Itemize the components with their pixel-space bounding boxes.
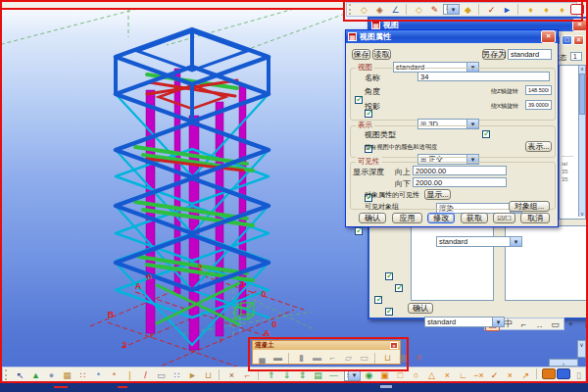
cross-tool-icon[interactable]: × — [224, 368, 239, 382]
object-group-dropdown[interactable]: standard — [424, 317, 505, 327]
horizontal-scrollbar[interactable]: › — [549, 359, 578, 367]
concrete-column-icon[interactable]: ▮ — [294, 351, 309, 365]
points-grid-icon[interactable]: ∷ — [75, 368, 90, 382]
load-button[interactable]: 读取 — [372, 49, 391, 60]
doc-icon[interactable]: ▯ — [571, 368, 586, 382]
ortho-swatch-icon[interactable] — [542, 368, 556, 379]
scroll-thumb[interactable] — [579, 74, 585, 115]
colors-dropdown[interactable]: standard — [436, 236, 522, 247]
named-views-icon[interactable]: ◈ — [372, 3, 387, 17]
slope-icon[interactable]: / — [138, 368, 153, 382]
grab-icon-3[interactable]: ♦ — [555, 3, 569, 17]
object-group-button[interactable]: 对象组... — [509, 201, 550, 212]
concrete-polybeam-icon[interactable]: ⌐ — [325, 351, 340, 365]
snap-intersection-icon[interactable]: × — [440, 368, 455, 382]
depth-down-input[interactable] — [413, 177, 507, 187]
work-plane-icon[interactable]: ◇ — [412, 3, 426, 17]
sphere-icon[interactable]: ● — [44, 368, 59, 382]
pour-icon[interactable]: ⊔ — [380, 351, 395, 365]
close-icon[interactable]: × — [572, 19, 587, 31]
modify-button[interactable]: 修改 — [427, 213, 455, 223]
close-icon[interactable]: × — [573, 35, 584, 45]
toolbar-grip[interactable] — [5, 369, 10, 380]
display-settings-button[interactable]: 表示... — [525, 141, 552, 152]
scroll-down-icon[interactable]: ∨ — [579, 211, 585, 217]
cut-icon[interactable]: * — [107, 368, 122, 382]
scrollbar[interactable]: ∧ ∨ — [578, 66, 585, 217]
profile-icon[interactable]: ⊔ — [201, 368, 216, 382]
lower-icon[interactable]: ⇓ — [279, 368, 294, 382]
snap-endpoint-icon[interactable]: □ — [393, 368, 408, 382]
grid-icon[interactable]: ∷ — [170, 368, 184, 382]
snap-wrench-icon[interactable]: / — [579, 318, 588, 331]
colors-checkbox[interactable] — [355, 227, 363, 235]
beam-line-icon[interactable]: — — [326, 368, 341, 382]
view-direction-icon[interactable]: ∠ — [388, 3, 403, 17]
save-button[interactable]: 保存 — [352, 49, 370, 60]
snap-perpendicular-icon[interactable]: ∟ — [456, 368, 470, 382]
mesh-icon[interactable]: ▤ — [311, 368, 325, 382]
grab-icon-1[interactable]: ♦ — [523, 3, 538, 17]
apply-button[interactable]: 应用 — [392, 213, 422, 223]
concrete-beam-icon[interactable]: ▬ — [310, 351, 324, 365]
toggle-all-button[interactable]: ☑/☐ — [493, 213, 515, 223]
scroll-up-icon[interactable]: ∧ — [579, 66, 585, 72]
flight-icon[interactable]: ► — [500, 3, 514, 17]
snap-plus-icon[interactable]: + — [564, 318, 578, 331]
save-as-input[interactable] — [508, 49, 552, 60]
cast-unit-icon[interactable]: ◎ — [396, 351, 411, 365]
rotation-x-input[interactable] — [525, 100, 552, 110]
snap-confirm-icon[interactable]: ✓ — [487, 368, 502, 382]
hammer-icon[interactable]: ⌐ — [240, 368, 255, 382]
globe-icon[interactable]: ◉ — [362, 368, 376, 382]
strip-footing-icon[interactable]: ▬ — [270, 351, 285, 365]
rect-icon[interactable]: ▭ — [154, 368, 169, 382]
grab-icon-2[interactable]: ♦ — [539, 3, 554, 17]
run-icon[interactable]: ► — [185, 368, 200, 382]
snap-depth-icon[interactable]: ⌐ — [516, 318, 531, 331]
depth-down-checkbox[interactable] — [395, 284, 403, 292]
snap-frame-icon[interactable]: ▭ — [548, 318, 563, 331]
flag-icon[interactable] — [570, 4, 584, 15]
depth-up-checkbox[interactable] — [385, 272, 393, 280]
concrete-panel-icon[interactable]: ▭ — [357, 351, 371, 365]
work-plane-dropdown[interactable]: 视图平面 — [443, 4, 460, 15]
view-properties-titlebar[interactable]: ▦ 视图属性 × — [346, 30, 558, 43]
snap-cross-icon[interactable]: × — [503, 368, 517, 382]
close-icon[interactable]: × — [390, 342, 398, 349]
concrete-slab-icon[interactable]: ▱ — [341, 351, 356, 365]
snap-any-icon[interactable]: ▣ — [377, 368, 392, 382]
views-ok-button[interactable]: 确认 — [408, 303, 433, 314]
snap-arrow-icon[interactable]: ↗ — [518, 368, 533, 382]
cancel-button[interactable]: 取消 — [520, 213, 550, 223]
weld-icon[interactable]: * — [91, 368, 106, 382]
sketch-plane-icon[interactable]: ✎ — [427, 3, 442, 17]
object-visibility-checkbox[interactable] — [374, 296, 382, 304]
toolbar-grip[interactable] — [349, 4, 354, 15]
show-button[interactable]: 显示... — [424, 189, 451, 200]
rotation-z-input[interactable] — [525, 85, 552, 95]
ok-button[interactable]: 确认 — [359, 213, 386, 223]
get-button[interactable]: 获取 — [461, 213, 488, 223]
save-as-button[interactable]: 另存为 — [482, 49, 506, 60]
background-list[interactable]: ------ial3535 ∧ ∨ — [559, 65, 586, 220]
reinforcement-mesh-icon[interactable]: # — [412, 351, 426, 365]
depth-up-input[interactable] — [413, 166, 507, 175]
phase-icon[interactable]: ◆ — [461, 3, 475, 17]
select-icon[interactable]: ↖ — [13, 368, 27, 382]
snap-center-icon[interactable]: ○ — [409, 368, 423, 382]
view-swatch-icon[interactable] — [557, 368, 570, 379]
snap-dots-icon[interactable]: ‥ — [532, 318, 547, 331]
vertical-scrollbar[interactable]: ∨ — [577, 340, 586, 358]
close-icon[interactable]: × — [541, 30, 556, 43]
check-model-icon[interactable]: ✓ — [484, 3, 499, 17]
point-icon[interactable]: ▲ — [28, 368, 43, 382]
maximize-icon[interactable]: □ — [562, 35, 572, 45]
snap-extension-icon[interactable]: −× — [471, 368, 486, 382]
object-group-checkbox[interactable] — [385, 308, 393, 316]
scroll-down-icon[interactable]: ∨ — [579, 342, 583, 348]
name-input[interactable] — [417, 72, 550, 81]
pad-footing-icon[interactable]: ▄ — [255, 351, 270, 365]
view-list-icon[interactable]: ◇ — [357, 3, 371, 17]
snap-midpoint-icon[interactable]: △ — [424, 368, 439, 382]
